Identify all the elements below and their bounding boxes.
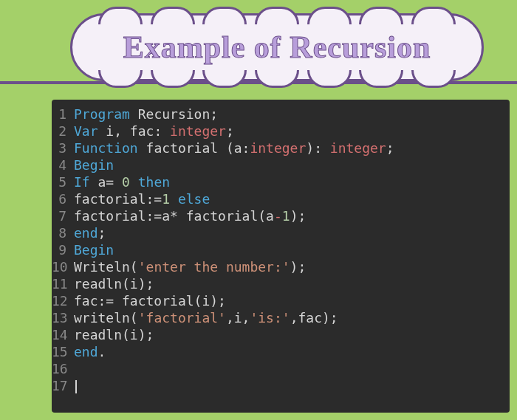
code-content: Writeln('enter the number:'); [74,258,306,275]
code-content: Function factorial (a:integer): integer; [74,140,394,156]
line-number: 17 [52,377,74,394]
code-line: 2Var i, fac: integer; [52,123,510,140]
line-number: 1 [52,106,74,123]
line-number: 8 [52,224,74,241]
code-content: Program Recursion; [74,106,218,123]
line-number: 9 [52,241,74,258]
code-line: 10Writeln('enter the number:'); [52,258,510,275]
code-line: 13writeln('factorial',i,'is:',fac); [52,309,510,326]
code-line: 3Function factorial (a:integer): integer… [52,140,510,156]
code-content: fac:= factorial(i); [74,292,226,309]
line-number: 6 [52,190,74,207]
cursor [75,380,77,393]
line-number: 12 [52,292,74,309]
code-line: 4Begin [52,156,510,173]
code-content: factorial:=a* factorial(a-1); [74,207,306,224]
page-title: Example of Recursion [123,30,431,65]
code-content: readln(i); [74,326,154,343]
code-content: If a= 0 then [74,173,170,190]
code-line: 15end. [52,343,510,360]
line-number: 10 [52,258,74,275]
code-content: factorial:=1 else [74,190,210,207]
line-number: 7 [52,207,74,224]
code-line: 8end; [52,224,510,241]
code-line: 16 [52,360,510,377]
code-line: 12fac:= factorial(i); [52,292,510,309]
code-line: 7factorial:=a* factorial(a-1); [52,207,510,224]
title-bubble: Example of Recursion [70,13,484,81]
code-line: 6factorial:=1 else [52,190,510,207]
line-number: 2 [52,123,74,140]
line-number: 16 [52,360,74,377]
line-number: 14 [52,326,74,343]
line-number: 5 [52,173,74,190]
code-content: Begin [74,156,114,173]
code-line: 17 [52,377,510,394]
code-content: Var i, fac: integer; [74,123,234,140]
code-content: Begin [74,241,114,258]
code-line: 14readln(i); [52,326,510,343]
code-line: 5If a= 0 then [52,173,510,190]
code-editor[interactable]: 1Program Recursion;2Var i, fac: integer;… [52,100,510,413]
code-line: 1Program Recursion; [52,106,510,123]
line-number: 3 [52,140,74,156]
code-content: end; [74,224,106,241]
code-line: 9Begin [52,241,510,258]
line-number: 11 [52,275,74,292]
code-content: readln(i); [74,275,154,292]
code-line: 11readln(i); [52,275,510,292]
line-number: 15 [52,343,74,360]
line-number: 13 [52,309,74,326]
code-content [74,377,77,394]
line-number: 4 [52,156,74,173]
code-content: end. [74,343,106,360]
code-content: writeln('factorial',i,'is:',fac); [74,309,338,326]
